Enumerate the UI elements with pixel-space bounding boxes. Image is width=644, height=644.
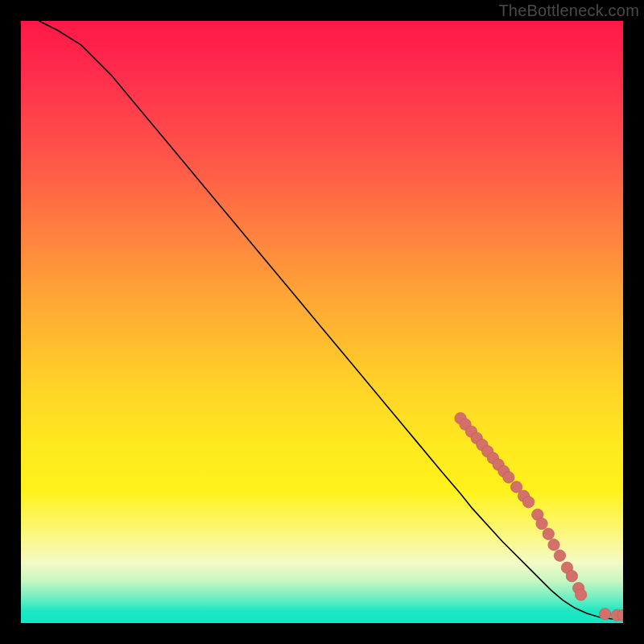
data-point (599, 609, 610, 620)
data-point (566, 570, 577, 581)
data-point (543, 528, 554, 539)
series-curve (39, 21, 623, 620)
data-point (575, 589, 586, 601)
plot-area (21, 21, 623, 623)
chart-frame: TheBottleneck.com (0, 0, 644, 644)
data-point (522, 496, 534, 507)
data-point (554, 550, 565, 561)
watermark-text: TheBottleneck.com (498, 2, 639, 20)
data-point (548, 539, 559, 551)
chart-overlay (21, 21, 623, 623)
data-point (503, 472, 514, 483)
data-point (536, 518, 547, 529)
